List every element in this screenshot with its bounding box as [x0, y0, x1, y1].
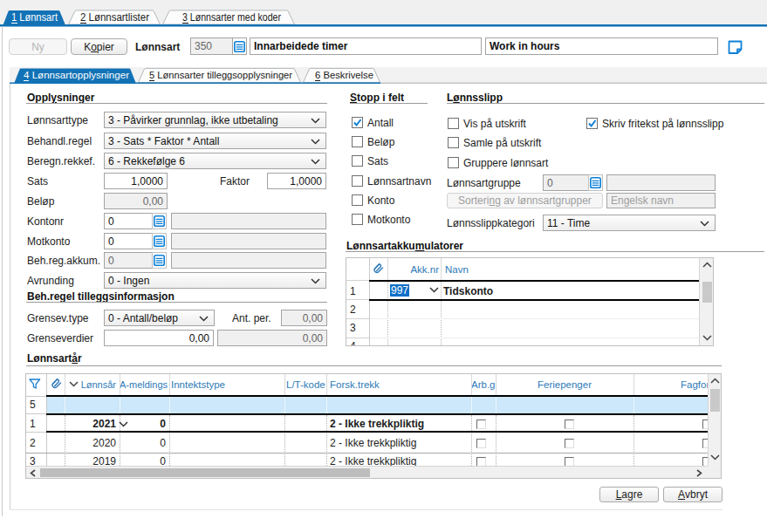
svg-text:2 Lønnsartlister: 2 Lønnsartlister	[80, 11, 149, 24]
svg-text:3 Lønnsarter med koder: 3 Lønnsarter med koder	[182, 11, 281, 24]
svg-text:4 Lønnsartopplysninger: 4 Lønnsartopplysninger	[24, 70, 129, 80]
svg-text:1 Lønnsart: 1 Lønnsart	[11, 11, 58, 24]
svg-text:5 Lønnsarter tilleggsopplysnin: 5 Lønnsarter tilleggsopplysninger	[149, 70, 292, 80]
svg-text:6 Beskrivelse: 6 Beskrivelse	[315, 70, 373, 80]
